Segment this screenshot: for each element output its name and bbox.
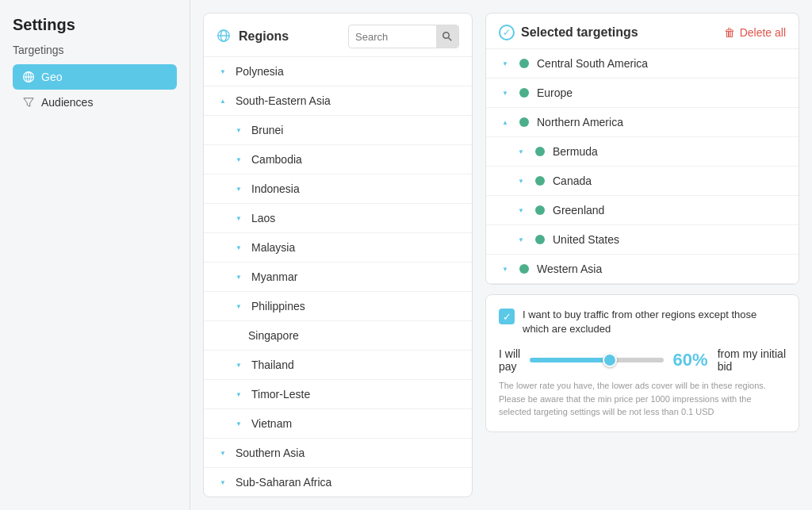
bid-row: I willpay 60% from my initialbid xyxy=(499,347,786,373)
chevron-down-icon xyxy=(515,174,527,187)
geo-label: Geo xyxy=(41,71,62,83)
region-label: South-Eastern Asia xyxy=(236,94,331,107)
search-input[interactable] xyxy=(349,31,436,43)
bid-note-line1: The lower rate you have, the lower ads c… xyxy=(499,381,766,390)
region-item-polynesia[interactable]: Polynesia xyxy=(204,57,472,86)
slider-container[interactable] xyxy=(530,352,663,368)
region-label: Thailand xyxy=(251,359,294,371)
svg-marker-4 xyxy=(24,98,33,107)
bid-note-line2: Please be aware that the min price per 1… xyxy=(499,394,752,417)
svg-line-9 xyxy=(449,38,452,41)
selected-item-canada[interactable]: Canada xyxy=(486,167,799,196)
selected-item-label: Bermuda xyxy=(553,145,598,158)
region-item-indonesia[interactable]: Indonesia xyxy=(204,174,472,204)
region-label: Brunei xyxy=(251,124,283,136)
green-dot xyxy=(519,264,529,274)
region-label: Singapore xyxy=(248,329,299,342)
region-item-vietnam[interactable]: Vietnam xyxy=(204,409,472,439)
selected-panel: ✓ Selected targetings 🗑 Delete all Centr… xyxy=(485,13,799,497)
region-item-thailand[interactable]: Thailand xyxy=(204,351,472,380)
chevron-down-icon xyxy=(232,241,245,254)
selected-item-greenland[interactable]: Greenland xyxy=(486,196,799,225)
selected-header: ✓ Selected targetings 🗑 Delete all xyxy=(486,13,799,49)
selected-item-label: Greenland xyxy=(553,204,604,217)
checkbox-label: I want to buy traffic from other regions… xyxy=(523,308,786,336)
regions-list: PolynesiaSouth-Eastern AsiaBruneiCambodi… xyxy=(204,57,472,497)
chevron-down-icon xyxy=(232,417,245,430)
region-item-myanmar[interactable]: Myanmar xyxy=(204,263,472,292)
region-item-cambodia[interactable]: Cambodia xyxy=(204,145,472,174)
regions-panel: Regions PolynesiaSouth-Eastern AsiaBrune… xyxy=(203,13,473,497)
region-item-southern-asia[interactable]: Southern Asia xyxy=(204,439,472,468)
green-dot xyxy=(519,117,529,127)
filter-icon xyxy=(22,96,35,109)
region-item-south-eastern-asia[interactable]: South-Eastern Asia xyxy=(204,86,472,116)
region-item-philippines[interactable]: Philippines xyxy=(204,292,472,321)
chevron-down-icon xyxy=(232,270,245,283)
trash-icon: 🗑 xyxy=(724,26,735,39)
region-item-laos[interactable]: Laos xyxy=(204,204,472,233)
sidebar-item-geo[interactable]: Geo xyxy=(13,64,177,90)
bid-box: ✓ I want to buy traffic from other regio… xyxy=(485,294,799,432)
chevron-down-icon xyxy=(232,300,245,313)
selected-item-northern-america[interactable]: Northern America xyxy=(486,108,799,137)
region-label: Indonesia xyxy=(251,182,300,195)
green-dot xyxy=(535,147,545,156)
settings-title: Settings xyxy=(13,16,177,34)
slider-thumb[interactable] xyxy=(603,353,617,367)
region-item-singapore[interactable]: Singapore xyxy=(204,321,472,351)
region-label: Sub-Saharan Africa xyxy=(236,476,331,489)
region-item-brunei[interactable]: Brunei xyxy=(204,116,472,145)
region-item-sub-saharan-africa[interactable]: Sub-Saharan Africa xyxy=(204,468,472,497)
chevron-down-icon xyxy=(232,388,245,401)
selected-item-bermuda[interactable]: Bermuda xyxy=(486,137,799,167)
bid-note: The lower rate you have, the lower ads c… xyxy=(499,379,786,419)
selected-item-label: Canada xyxy=(553,174,592,187)
chevron-down-icon xyxy=(232,124,245,136)
selected-item-europe[interactable]: Europe xyxy=(486,79,799,108)
green-dot xyxy=(535,176,545,186)
selected-item-central-south-america[interactable]: Central South America xyxy=(486,49,799,79)
search-button[interactable] xyxy=(436,25,458,48)
chevron-down-icon xyxy=(515,145,527,158)
delete-all-label: Delete all xyxy=(740,26,786,39)
chevron-down-icon xyxy=(216,447,229,459)
chevron-down-icon xyxy=(515,204,527,217)
slider-track xyxy=(530,358,663,362)
chevron-down-icon xyxy=(216,65,229,78)
green-dot xyxy=(535,205,545,215)
region-label: Vietnam xyxy=(251,417,292,430)
globe-icon xyxy=(22,71,35,83)
green-dot xyxy=(535,235,545,244)
chevron-down-icon xyxy=(232,153,245,166)
main-content: Regions PolynesiaSouth-Eastern AsiaBrune… xyxy=(190,0,812,510)
selected-title: Selected targetings xyxy=(521,25,638,40)
region-item-malaysia[interactable]: Malaysia xyxy=(204,233,472,263)
chevron-down-icon xyxy=(499,86,511,99)
selected-list: Central South AmericaEuropeNorthern Amer… xyxy=(486,49,799,284)
selected-item-label: Europe xyxy=(537,86,573,99)
sidebar-item-audiences[interactable]: Audiences xyxy=(13,90,177,115)
bid-prefix: I willpay xyxy=(499,347,520,373)
selected-targetings-box: ✓ Selected targetings 🗑 Delete all Centr… xyxy=(485,13,799,285)
selected-item-united-states[interactable]: United States xyxy=(486,225,799,255)
regions-search-box[interactable] xyxy=(348,25,459,48)
targetings-subtitle: Targetings xyxy=(13,44,177,56)
delete-all-button[interactable]: 🗑 Delete all xyxy=(724,26,786,39)
selected-header-left: ✓ Selected targetings xyxy=(499,25,638,40)
regions-globe-icon xyxy=(216,29,231,45)
selected-item-label: Central South America xyxy=(537,57,648,70)
chevron-down-icon xyxy=(515,233,527,246)
region-label: Timor-Leste xyxy=(251,388,310,401)
region-item-timor-leste[interactable]: Timor-Leste xyxy=(204,380,472,409)
green-dot xyxy=(519,59,529,68)
selected-item-western-asia[interactable]: Western Asia xyxy=(486,255,799,284)
chevron-up-icon xyxy=(216,94,229,107)
regions-title: Regions xyxy=(239,29,340,44)
chevron-down-icon xyxy=(499,57,511,70)
bid-percent: 60% xyxy=(673,350,708,370)
region-label: Southern Asia xyxy=(236,447,304,459)
checkbox-icon[interactable]: ✓ xyxy=(499,309,515,324)
region-label: Polynesia xyxy=(236,65,284,78)
green-dot xyxy=(519,88,529,98)
